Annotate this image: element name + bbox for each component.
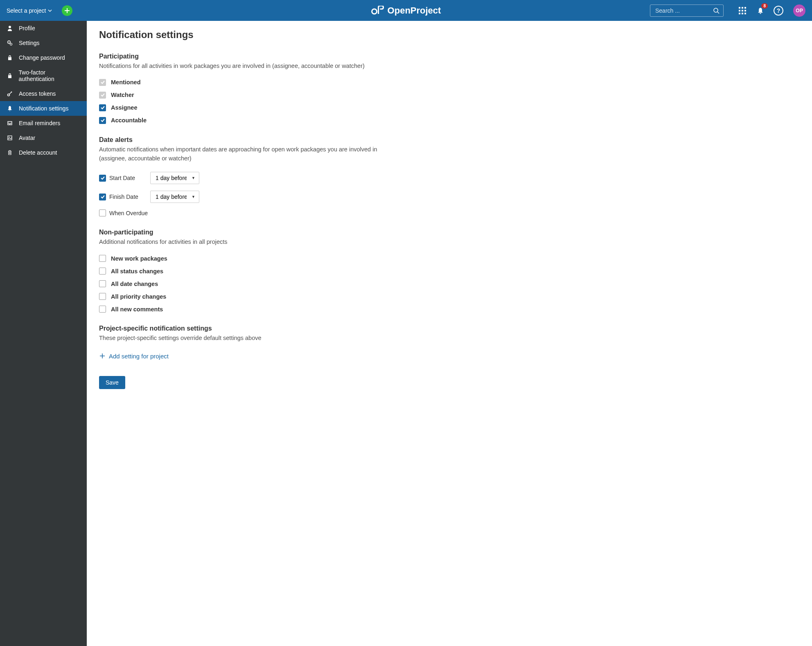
project-specific-heading: Project-specific notification settings	[99, 325, 800, 332]
sidebar-item-avatar[interactable]: Avatar	[0, 131, 87, 145]
modules-icon[interactable]	[738, 6, 747, 16]
finish-date-label: Finish Date	[109, 194, 150, 200]
non-participating-heading: Non-participating	[99, 229, 800, 236]
start-date-label: Start Date	[109, 175, 150, 181]
mentioned-label: Mentioned	[111, 79, 141, 86]
svg-point-0	[372, 9, 377, 14]
priority-label: All priority changes	[111, 293, 166, 300]
plus-icon	[64, 8, 70, 14]
sidebar-item-label: Delete account	[19, 149, 57, 156]
svg-rect-5	[739, 10, 740, 11]
svg-point-13	[9, 42, 9, 43]
notification-count-badge: 8	[761, 3, 768, 9]
watcher-label: Watcher	[111, 92, 134, 98]
help-button[interactable]: ?	[774, 6, 783, 16]
assignee-checkbox[interactable]	[99, 104, 106, 111]
sidebar-item-settings[interactable]: Settings	[0, 36, 87, 50]
sidebar-item-label: Profile	[19, 25, 35, 32]
comments-label: All new comments	[111, 306, 163, 313]
svg-point-19	[9, 137, 9, 137]
add-setting-for-project-link[interactable]: Add setting for project	[99, 353, 800, 360]
svg-rect-2	[739, 7, 740, 9]
lock-icon	[6, 73, 14, 79]
sidebar-item-two-factor[interactable]: Two-factor authentication	[0, 65, 87, 86]
notifications-button[interactable]: 8	[756, 6, 765, 16]
add-link-label: Add setting for project	[109, 353, 169, 360]
sidebar-item-label: Email reminders	[19, 120, 60, 126]
status-label: All status changes	[111, 268, 163, 275]
date-alerts-desc: Automatic notifications when important d…	[99, 145, 394, 163]
sidebar-item-label: Avatar	[19, 135, 35, 141]
accountable-checkbox[interactable]	[99, 117, 106, 124]
svg-rect-15	[8, 57, 11, 60]
sidebar-item-delete-account[interactable]: Delete account	[0, 145, 87, 160]
new-work-packages-checkbox[interactable]	[99, 255, 106, 262]
sidebar: Profile Settings Change password Two-fac…	[0, 21, 87, 646]
save-button[interactable]: Save	[99, 376, 125, 389]
participating-desc: Notifications for all activities in work…	[99, 62, 394, 71]
brand-name: OpenProject	[388, 5, 441, 16]
search-input[interactable]	[650, 5, 724, 17]
when-overdue-checkbox[interactable]	[99, 209, 106, 216]
sidebar-item-change-password[interactable]: Change password	[0, 50, 87, 65]
watcher-checkbox	[99, 92, 106, 99]
svg-rect-9	[742, 13, 743, 14]
gears-icon	[6, 40, 14, 46]
sidebar-item-access-tokens[interactable]: Access tokens	[0, 86, 87, 101]
svg-rect-6	[742, 10, 743, 11]
finish-date-checkbox[interactable]	[99, 194, 106, 200]
all-date-changes-checkbox[interactable]	[99, 280, 106, 287]
lock-icon	[6, 55, 14, 61]
top-header: Select a project OpenProject 8 ? OP	[0, 0, 812, 21]
all-priority-changes-checkbox[interactable]	[99, 293, 106, 300]
svg-rect-4	[744, 7, 746, 9]
search-icon	[713, 7, 720, 14]
when-overdue-label: When Overdue	[109, 210, 148, 216]
svg-rect-3	[742, 7, 743, 9]
avatar[interactable]: OP	[793, 5, 805, 17]
date-label: All date changes	[111, 281, 158, 287]
key-icon	[6, 91, 14, 97]
brand-logo: OpenProject	[371, 5, 441, 16]
sidebar-item-notification-settings[interactable]: Notification settings	[0, 101, 87, 116]
sidebar-item-label: Notification settings	[19, 105, 68, 112]
svg-rect-10	[744, 13, 746, 14]
search-wrap	[650, 5, 724, 17]
project-select-dropdown[interactable]: Select a project	[7, 7, 52, 14]
sidebar-item-profile[interactable]: Profile	[0, 21, 87, 36]
image-icon	[6, 135, 14, 141]
assignee-label: Assignee	[111, 104, 137, 111]
svg-rect-7	[744, 10, 746, 11]
trash-icon	[6, 150, 14, 155]
date-alerts-heading: Date alerts	[99, 136, 800, 144]
all-new-comments-checkbox[interactable]	[99, 306, 106, 313]
sidebar-item-label: Settings	[19, 40, 40, 46]
start-date-select[interactable]: 1 day before	[150, 172, 199, 184]
bell-icon	[6, 106, 14, 111]
help-icon: ?	[774, 6, 783, 16]
all-status-changes-checkbox[interactable]	[99, 268, 106, 275]
project-select-label: Select a project	[7, 7, 46, 14]
svg-point-11	[9, 26, 11, 28]
accountable-label: Accountable	[111, 117, 147, 124]
mentioned-checkbox	[99, 79, 106, 86]
svg-rect-8	[739, 13, 740, 14]
svg-point-14	[10, 43, 12, 45]
add-button[interactable]	[62, 5, 72, 16]
openproject-logo-icon	[371, 6, 385, 16]
main-content: Notification settings Participating Noti…	[87, 21, 812, 646]
finish-date-select[interactable]: 1 day before	[150, 191, 199, 203]
sidebar-item-label: Change password	[19, 54, 65, 61]
start-date-checkbox[interactable]	[99, 175, 106, 182]
sidebar-item-label: Two-factor authentication	[19, 69, 81, 82]
svg-point-17	[8, 94, 10, 96]
grid-icon	[739, 7, 746, 14]
non-participating-desc: Additional notifications for activities …	[99, 238, 394, 247]
sidebar-item-email-reminders[interactable]: Email reminders	[0, 116, 87, 131]
page-title: Notification settings	[99, 29, 800, 41]
participating-heading: Participating	[99, 53, 800, 60]
sidebar-item-label: Access tokens	[19, 90, 56, 97]
person-icon	[6, 25, 14, 31]
svg-rect-16	[8, 75, 11, 78]
chevron-down-icon	[48, 9, 52, 13]
